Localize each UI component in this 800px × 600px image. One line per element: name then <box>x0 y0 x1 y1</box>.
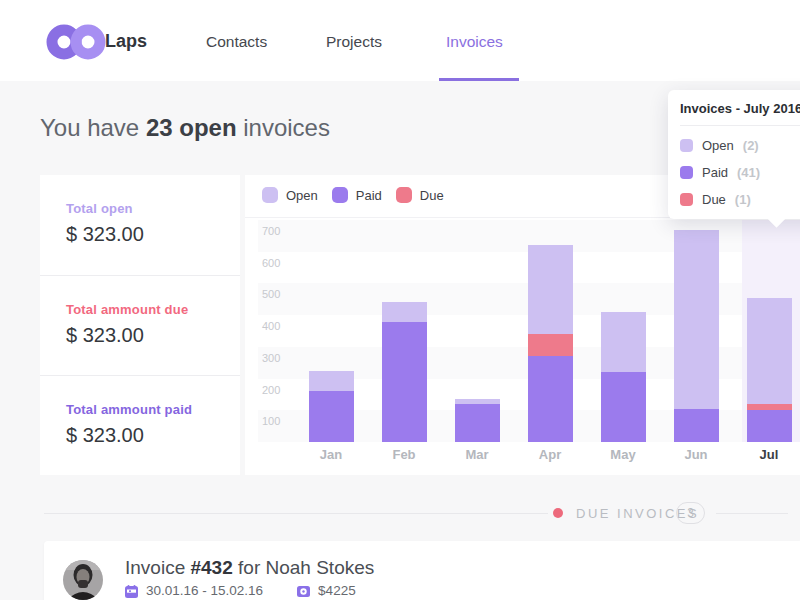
money-icon <box>297 584 310 597</box>
invoice-list-item[interactable]: Invoice #432 for Noah Stokes 30.01.16 - … <box>44 541 800 600</box>
legend-item-paid[interactable]: Paid <box>332 187 382 203</box>
bar-segment-open-apr[interactable] <box>528 245 573 334</box>
calendar-icon <box>125 584 138 597</box>
open-swatch-icon <box>262 187 278 203</box>
bar-segment-open-may[interactable] <box>601 312 646 372</box>
chart-legend: Open Paid Due <box>262 187 444 203</box>
stats-panel: Total open $ 323.00 Total ammount due $ … <box>40 175 240 475</box>
y-axis-tick-label: 100 <box>262 415 280 427</box>
bar-segment-open-jun[interactable] <box>674 230 719 409</box>
bar-segment-open-feb[interactable] <box>382 302 427 321</box>
x-axis-label-mar: Mar <box>447 447 507 462</box>
x-axis-label-may: May <box>593 447 653 462</box>
invoices-chart-panel: Open Paid Due 100200300400500600700 JanF… <box>245 175 800 475</box>
bar-segment-open-jul[interactable] <box>747 298 792 404</box>
y-axis-tick-label: 700 <box>262 225 280 237</box>
stat-label: Total ammount paid <box>66 402 240 417</box>
nav-item-invoices[interactable]: Invoices <box>446 33 503 51</box>
bar-segment-due-apr[interactable] <box>528 334 573 356</box>
stat-card-total-paid: Total ammount paid $ 323.00 <box>40 375 240 475</box>
y-axis-tick-label: 200 <box>262 384 280 396</box>
open-swatch-icon <box>680 139 693 152</box>
divider-line-left <box>44 513 548 514</box>
stat-label: Total ammount due <box>66 302 240 317</box>
x-axis-label-apr: Apr <box>520 447 580 462</box>
stat-value: $ 323.00 <box>66 424 240 447</box>
open-invoices-count: 23 open <box>146 114 237 141</box>
tooltip-row-open: Open (2) <box>680 138 800 153</box>
x-axis-label-jul: Jul <box>739 447 799 462</box>
tooltip-row-due: Due (1) <box>680 192 800 207</box>
bar-segment-open-jan[interactable] <box>309 371 354 392</box>
invoice-title: Invoice #432 for Noah Stokes <box>125 557 374 579</box>
due-count-badge: 3 <box>676 502 705 524</box>
page-title: You have 23 open invoices <box>40 114 330 142</box>
legend-item-open[interactable]: Open <box>262 187 318 203</box>
x-axis-label-feb: Feb <box>374 447 434 462</box>
bar-segment-paid-feb[interactable] <box>382 322 427 443</box>
tooltip-row-paid: Paid (41) <box>680 165 800 180</box>
stat-label: Total open <box>66 201 240 216</box>
bar-segment-paid-jun[interactable] <box>674 409 719 442</box>
chart-tooltip: Invoices - July 2016 Open (2) Paid (41) … <box>668 90 800 219</box>
invoice-number: #432 <box>190 557 232 578</box>
due-swatch-icon <box>396 187 412 203</box>
tooltip-title: Invoices - July 2016 <box>680 101 800 126</box>
invoice-meta-row: 30.01.16 - 15.02.16 $4225 <box>125 583 356 598</box>
paid-swatch-icon <box>680 166 693 179</box>
bar-segment-paid-jan[interactable] <box>309 391 354 442</box>
legend-item-due[interactable]: Due <box>396 187 444 203</box>
bar-segment-due-jul[interactable] <box>747 404 792 410</box>
stat-card-total-open: Total open $ 323.00 <box>40 175 240 275</box>
due-dot-icon <box>553 508 563 518</box>
stat-card-total-due: Total ammount due $ 323.00 <box>40 275 240 375</box>
top-nav-bar: Laps Contacts Projects Invoices <box>0 0 800 81</box>
y-axis-tick-label: 400 <box>262 320 280 332</box>
chart-x-axis: JanFebMarAprMayJunJul <box>258 447 800 467</box>
active-tab-underline <box>439 78 519 81</box>
bar-segment-paid-jul[interactable] <box>747 410 792 442</box>
y-axis-tick-label: 600 <box>262 257 280 269</box>
divider-line-right <box>716 513 788 514</box>
y-axis-tick-label: 500 <box>262 288 280 300</box>
nav-item-contacts[interactable]: Contacts <box>206 33 267 51</box>
x-axis-label-jun: Jun <box>666 447 726 462</box>
stat-value: $ 323.00 <box>66 324 240 347</box>
avatar <box>63 560 103 600</box>
paid-swatch-icon <box>332 187 348 203</box>
brand-name[interactable]: Laps <box>105 31 147 52</box>
x-axis-label-jan: Jan <box>301 447 361 462</box>
bar-segment-paid-mar[interactable] <box>455 404 500 442</box>
bar-segment-paid-apr[interactable] <box>528 356 573 442</box>
due-swatch-icon <box>680 193 693 206</box>
stat-value: $ 323.00 <box>66 223 240 246</box>
invoice-date-range: 30.01.16 - 15.02.16 <box>146 583 263 598</box>
bar-chart-plot-area: 100200300400500600700 <box>258 220 800 442</box>
invoice-amount: $4225 <box>318 583 356 598</box>
y-axis-tick-label: 300 <box>262 352 280 364</box>
laps-logo-icon[interactable] <box>46 23 110 61</box>
bar-segment-paid-may[interactable] <box>601 372 646 442</box>
bar-segment-open-mar[interactable] <box>455 399 500 404</box>
nav-item-projects[interactable]: Projects <box>326 33 382 51</box>
